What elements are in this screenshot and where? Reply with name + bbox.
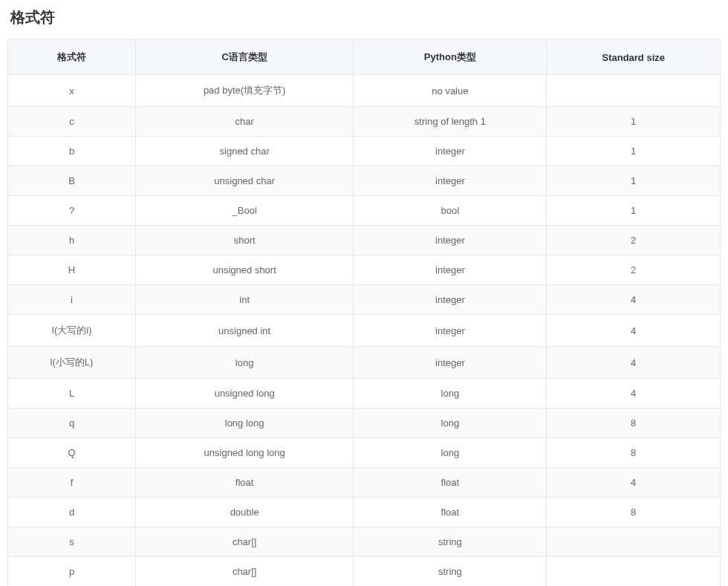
table-cell: _Bool bbox=[135, 196, 353, 226]
table-row: qlong longlong8 bbox=[8, 408, 721, 438]
table-row: ffloatfloat4 bbox=[8, 468, 721, 498]
table-cell: p bbox=[8, 557, 136, 587]
table-cell: Q bbox=[8, 438, 136, 468]
table-cell: 1 bbox=[547, 166, 721, 196]
table-cell: string bbox=[354, 557, 547, 587]
table-row: ddoublefloat8 bbox=[8, 498, 721, 527]
table-cell: char[] bbox=[135, 527, 353, 557]
table-cell: long bbox=[354, 438, 547, 468]
table-cell: s bbox=[8, 527, 136, 557]
table-cell: 1 bbox=[547, 137, 721, 166]
table-cell: H bbox=[8, 255, 136, 285]
table-cell: string of length 1 bbox=[354, 107, 547, 137]
table-cell: 2 bbox=[547, 226, 721, 255]
table-header-pytype: Python类型 bbox=[354, 40, 547, 75]
table-cell: q bbox=[8, 408, 136, 438]
table-cell bbox=[547, 557, 721, 587]
table-cell: B bbox=[8, 166, 136, 196]
table-row: iintinteger4 bbox=[8, 285, 721, 315]
table-cell: integer bbox=[354, 137, 547, 166]
table-cell bbox=[547, 75, 721, 107]
table-cell: unsigned int bbox=[135, 315, 353, 347]
table-row: hshortinteger2 bbox=[8, 226, 721, 255]
table-cell: int bbox=[135, 285, 353, 315]
table-header-size: Standard size bbox=[547, 40, 721, 75]
table-cell: f bbox=[8, 468, 136, 498]
table-cell: 4 bbox=[547, 379, 721, 408]
table-row: Bunsigned charinteger1 bbox=[8, 166, 721, 196]
table-cell: long bbox=[354, 408, 547, 438]
table-header-format: 格式符 bbox=[8, 40, 136, 75]
table-cell: long bbox=[135, 347, 353, 379]
table-cell: unsigned long long bbox=[135, 438, 353, 468]
table-row: Lunsigned longlong4 bbox=[8, 379, 721, 408]
table-row: ?_Boolbool1 bbox=[8, 196, 721, 226]
table-cell: ? bbox=[8, 196, 136, 226]
table-row: bsigned charinteger1 bbox=[8, 137, 721, 166]
table-cell: b bbox=[8, 137, 136, 166]
table-cell: i bbox=[8, 285, 136, 315]
table-cell: unsigned char bbox=[135, 166, 353, 196]
table-cell: h bbox=[8, 226, 136, 255]
table-row: xpad byte(填充字节)no value bbox=[8, 75, 721, 107]
table-cell: unsigned short bbox=[135, 255, 353, 285]
table-cell: double bbox=[135, 498, 353, 527]
table-cell: integer bbox=[354, 315, 547, 347]
table-cell: short bbox=[135, 226, 353, 255]
table-cell: float bbox=[135, 468, 353, 498]
table-cell: 4 bbox=[547, 468, 721, 498]
table-row: schar[]string bbox=[8, 527, 721, 557]
table-cell: 8 bbox=[547, 438, 721, 468]
format-table: 格式符 C语言类型 Python类型 Standard size xpad by… bbox=[7, 39, 721, 586]
table-cell: 4 bbox=[547, 347, 721, 379]
table-cell: d bbox=[8, 498, 136, 527]
table-cell: 4 bbox=[547, 285, 721, 315]
table-cell bbox=[547, 527, 721, 557]
table-cell: integer bbox=[354, 166, 547, 196]
table-cell: 4 bbox=[547, 315, 721, 347]
table-row: I(大写的i)unsigned intinteger4 bbox=[8, 315, 721, 347]
table-cell: c bbox=[8, 107, 136, 137]
table-row: pchar[]string bbox=[8, 557, 721, 587]
table-cell: 1 bbox=[547, 107, 721, 137]
table-cell: l(小写的L) bbox=[8, 347, 136, 379]
table-cell: unsigned long bbox=[135, 379, 353, 408]
table-cell: 8 bbox=[547, 498, 721, 527]
table-header-ctype: C语言类型 bbox=[135, 40, 353, 75]
table-cell: integer bbox=[354, 255, 547, 285]
table-cell: char[] bbox=[135, 557, 353, 587]
table-cell: no value bbox=[354, 75, 547, 107]
table-cell: 2 bbox=[547, 255, 721, 285]
table-cell: long bbox=[354, 379, 547, 408]
table-cell: integer bbox=[354, 226, 547, 255]
table-cell: L bbox=[8, 379, 136, 408]
table-cell: bool bbox=[354, 196, 547, 226]
table-cell: integer bbox=[354, 285, 547, 315]
table-cell: float bbox=[354, 468, 547, 498]
table-row: ccharstring of length 11 bbox=[8, 107, 721, 137]
table-cell: string bbox=[354, 527, 547, 557]
table-row: Hunsigned shortinteger2 bbox=[8, 255, 721, 285]
page-heading: 格式符 bbox=[7, 7, 721, 27]
table-cell: 8 bbox=[547, 408, 721, 438]
table-cell: I(大写的i) bbox=[8, 315, 136, 347]
table-cell: float bbox=[354, 498, 547, 527]
table-cell: pad byte(填充字节) bbox=[135, 75, 353, 107]
table-cell: integer bbox=[354, 347, 547, 379]
table-header-row: 格式符 C语言类型 Python类型 Standard size bbox=[8, 40, 721, 75]
table-cell: signed char bbox=[135, 137, 353, 166]
table-cell: 1 bbox=[547, 196, 721, 226]
table-cell: char bbox=[135, 107, 353, 137]
table-cell: x bbox=[8, 75, 136, 107]
table-row: Qunsigned long longlong8 bbox=[8, 438, 721, 468]
table-cell: long long bbox=[135, 408, 353, 438]
table-row: l(小写的L)longinteger4 bbox=[8, 347, 721, 379]
